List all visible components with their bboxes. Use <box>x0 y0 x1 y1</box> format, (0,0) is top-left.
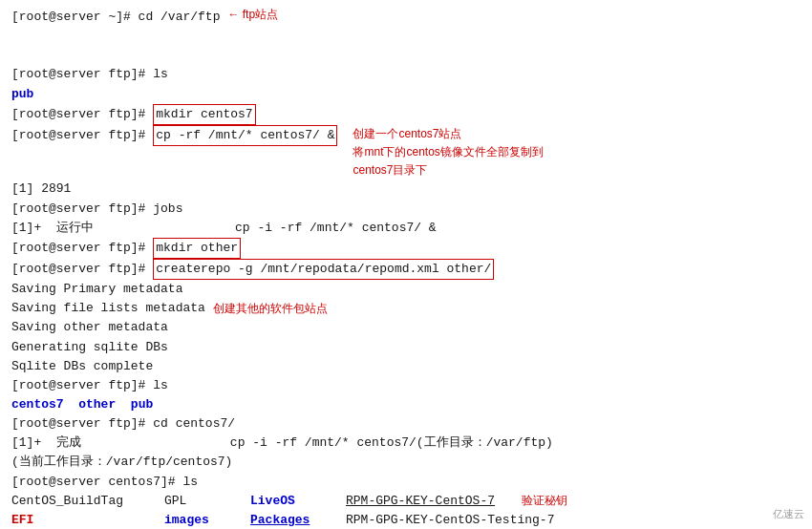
terminal-line: [1]+ 运行中 cp -i -rf /mnt/* centos7/ & <box>11 219 801 238</box>
terminal-line: [root@server ftp]# jobs <box>11 200 801 219</box>
terminal: [root@server ~]# cd /var/ftp ← ftp站点 [ro… <box>0 0 812 529</box>
prompt: [root@server ftp]# ls <box>11 65 168 84</box>
prompt: [root@server ftp]# <box>11 260 153 279</box>
output-pid: [1] 2891 <box>11 180 71 199</box>
terminal-line: [root@server ftp]# mkdir other <box>11 238 801 259</box>
output-sqlite-complete: Sqlite DBs complete <box>11 357 153 376</box>
annotation-other-packages: 创建其他的软件包站点 <box>213 300 328 318</box>
prompt: [root@server ftp]# cd centos7/ <box>11 414 235 434</box>
annotation-verify-key: 验证秘钥 <box>522 492 567 511</box>
cmd-mkdir-centos7: mkdir centos7 <box>153 104 255 125</box>
file-liveos: LiveOS <box>250 492 346 511</box>
prompt: [root@server ~]# cd /var/ftp <box>11 8 220 27</box>
file-gpl: GPL <box>164 492 250 511</box>
output-jobs: [1]+ 运行中 cp -i -rf /mnt/* centos7/ & <box>11 219 437 238</box>
terminal-line: [root@server ftp]# createrepo -g /mnt/re… <box>11 259 801 280</box>
terminal-line: (当前工作目录：/var/ftp/centos7) <box>11 453 801 472</box>
prompt: [root@server ftp]# <box>11 239 153 258</box>
file-rpm-gpg-centos7: RPM-GPG-KEY-CentOS-7 <box>346 492 518 511</box>
cmd-cp-centos7: cp -rf /mnt/* centos7/ & <box>153 125 337 146</box>
watermark: 亿速云 <box>773 507 804 521</box>
terminal-line: centos7 other pub <box>11 395 801 414</box>
output-centos7: centos7 <box>11 395 64 414</box>
prompt: [root@server ftp]# <box>11 105 153 124</box>
output-workdir: (当前工作目录：/var/ftp/centos7) <box>11 453 232 472</box>
terminal-line: Generating sqlite DBs <box>11 338 801 357</box>
terminal-line: [root@server centos7]# ls <box>11 473 801 492</box>
prompt: [root@server ftp]# ls <box>11 376 168 395</box>
output-complete-job: [1]+ 完成 cp -i -rf /mnt/* centos7/(工作目录：/… <box>11 434 553 453</box>
terminal-line: [root@server ~]# cd /var/ftp ← ftp站点 <box>11 8 801 65</box>
annotation-ftp: ftp站点 <box>243 8 278 21</box>
output-saving-other: Saving other metadata <box>11 318 168 337</box>
file-packages: Packages <box>250 511 346 529</box>
terminal-line: Saving Primary metadata <box>11 280 801 299</box>
terminal-line: [1] 2891 <box>11 180 801 199</box>
cmd-createrepo: createrepo -g /mnt/repodata/repomd.xml o… <box>153 259 494 280</box>
terminal-line: [root@server ftp]# ls <box>11 376 801 395</box>
file-centos-buildtag: CentOS_BuildTag <box>11 492 164 511</box>
output-generating: Generating sqlite DBs <box>11 338 168 357</box>
output-saving-file-lists: Saving file lists metadata <box>11 299 205 318</box>
prompt: [root@server ftp]# <box>11 126 153 145</box>
file-rpm-gpg-testing: RPM-GPG-KEY-CentOS-Testing-7 <box>346 511 556 529</box>
output-saving-primary: Saving Primary metadata <box>11 280 182 299</box>
prompt: [root@server centos7]# ls <box>11 473 198 492</box>
terminal-line: [root@server ftp]# ls <box>11 65 801 84</box>
annotation-centos7: 创建一个centos7站点 将mnt下的centos镜像文件全部复制到 cent… <box>353 125 543 180</box>
output-pub: pub <box>11 85 33 104</box>
cmd-mkdir-other: mkdir other <box>153 238 241 259</box>
terminal-line: Sqlite DBs complete <box>11 357 801 376</box>
prompt: [root@server ftp]# jobs <box>11 200 182 219</box>
terminal-line: [1]+ 完成 cp -i -rf /mnt/* centos7/(工作目录：/… <box>11 434 801 453</box>
terminal-line: [root@server ftp]# cp -rf /mnt/* centos7… <box>11 125 337 146</box>
output-pub2: pub <box>131 395 153 414</box>
terminal-line: [root@server ftp]# mkdir centos7 <box>11 104 801 125</box>
output-other: other <box>78 395 116 414</box>
terminal-line: pub <box>11 85 801 104</box>
file-images: images <box>164 511 250 529</box>
terminal-line: [root@server ftp]# cd centos7/ <box>11 414 801 434</box>
terminal-line: Saving other metadata <box>11 318 801 337</box>
file-efi: EFI <box>11 511 164 529</box>
